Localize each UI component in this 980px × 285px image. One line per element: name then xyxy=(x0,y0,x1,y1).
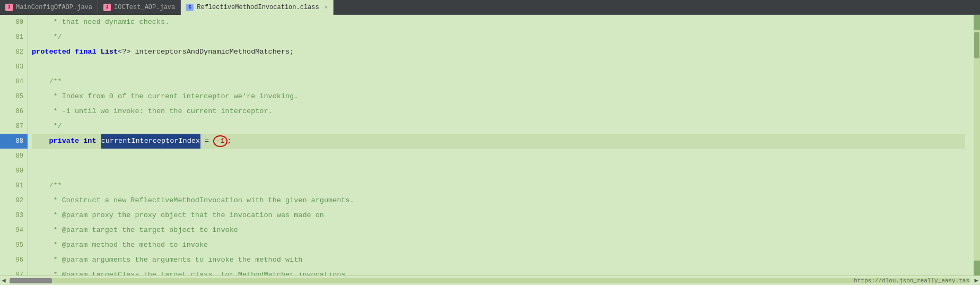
text-eq: = xyxy=(200,134,213,149)
tab-label-2: IOCTest_AOP.java xyxy=(114,4,175,11)
space-88b xyxy=(97,134,101,149)
scroll-up-arrow[interactable] xyxy=(974,15,980,30)
line-94-text: * @param target the target object to inv… xyxy=(32,223,238,238)
tab-bar: J MainConfigOfAOP.java J IOCTest_AOP.jav… xyxy=(0,0,980,15)
scroll-down-arrow[interactable] xyxy=(974,261,980,275)
scroll-left-button[interactable]: ◀ xyxy=(0,277,7,284)
tab-close-button[interactable]: × xyxy=(325,4,328,11)
space1 xyxy=(71,45,75,59)
tab-reflective[interactable]: C ReflectiveMethodInvocation.class × xyxy=(181,0,334,15)
kw-protected: protected xyxy=(32,45,71,59)
v-scrollbar-container[interactable] xyxy=(974,15,980,275)
line-num-88: 88 xyxy=(0,134,28,149)
code-line-94: * @param target the target object to inv… xyxy=(32,223,965,238)
line-num-91: 91 xyxy=(0,178,28,193)
space2 xyxy=(97,45,101,59)
code-line-88: private int currentInterceptorIndex = -1… xyxy=(32,134,965,149)
tab-label-3: ReflectiveMethodInvocation.class xyxy=(197,4,319,11)
line-92-text: * Construct a new ReflectiveMethodInvoca… xyxy=(32,193,354,208)
class-icon: C xyxy=(186,4,194,11)
code-line-86: * -1 until we invoke: then the current i… xyxy=(32,104,965,119)
line-num-92: 92 xyxy=(0,193,28,208)
code-line-83 xyxy=(32,59,965,74)
code-line-80: * that need dynamic checks. xyxy=(32,15,965,30)
line-numbers: 80 81 82 83 84 85 86 87 88 89 90 91 92 9… xyxy=(0,15,28,275)
scroll-thumb[interactable] xyxy=(974,32,979,58)
code-content[interactable]: * that need dynamic checks. */ protected… xyxy=(28,15,974,275)
h-scrollbar[interactable] xyxy=(10,278,970,283)
line-num-93: 93 xyxy=(0,208,28,223)
text-semi: ; xyxy=(228,134,232,149)
kw-private: private xyxy=(32,134,79,149)
code-line-96: * @param arguments the arguments to invo… xyxy=(32,253,965,267)
space-88a xyxy=(79,134,83,149)
line-num-83: 83 xyxy=(0,59,28,74)
code-area: 80 81 82 83 84 85 86 87 88 89 90 91 92 9… xyxy=(0,15,980,275)
scroll-right-button[interactable]: ▶ xyxy=(973,277,980,284)
line-96-text: * @param arguments the arguments to invo… xyxy=(32,253,302,267)
line-95-text: * @param method the method to invoke xyxy=(32,238,208,253)
code-line-93: * @param proxy the proxy object that the… xyxy=(32,208,965,223)
line-93-text: * @param proxy the proxy object that the… xyxy=(32,208,324,223)
line-num-84: 84 xyxy=(0,74,28,89)
text-generics: <?> xyxy=(118,45,135,59)
java-icon-2: J xyxy=(103,4,111,11)
line-84-text: /** xyxy=(32,74,62,89)
editor-container: J MainConfigOfAOP.java J IOCTest_AOP.jav… xyxy=(0,0,980,285)
java-icon: J xyxy=(5,4,13,11)
line-num-97: 97 xyxy=(0,267,28,275)
line-num-89: 89 xyxy=(0,149,28,163)
line-num-95: 95 xyxy=(0,238,28,253)
code-line-90 xyxy=(32,163,965,178)
line-80-text: * that need dynamic checks. xyxy=(32,15,169,30)
code-line-84: /** xyxy=(32,74,965,89)
code-line-81: */ xyxy=(32,30,965,45)
line-num-85: 85 xyxy=(0,89,28,104)
code-line-95: * @param method the method to invoke xyxy=(32,238,965,253)
line-88-text: private int currentInterceptorIndex = -1… xyxy=(32,134,232,149)
kw-final: final xyxy=(75,45,97,59)
code-line-85: * Index from 0 of the current intercepto… xyxy=(32,89,965,104)
line-82-text: protected final List <?> interceptorsAnd… xyxy=(32,45,294,59)
line-num-82: 82 xyxy=(0,45,28,59)
status-url: https://dlou.json_really_easy.tas xyxy=(854,278,969,284)
line-97-text: * @param targetClass the target class, f… xyxy=(32,267,345,275)
line-87-text: */ xyxy=(32,119,62,134)
line-num-94: 94 xyxy=(0,223,28,238)
line-num-81: 81 xyxy=(0,30,28,45)
tab-label: MainConfigOfAOP.java xyxy=(16,4,92,11)
line-num-96: 96 xyxy=(0,253,28,267)
tab-main-config[interactable]: J MainConfigOfAOP.java xyxy=(0,0,98,15)
h-scrollbar-thumb[interactable] xyxy=(10,278,52,283)
code-line-82: protected final List <?> interceptorsAnd… xyxy=(32,45,965,59)
tab-ioc-test[interactable]: J IOCTest_AOP.java xyxy=(98,0,181,15)
line-81-text: */ xyxy=(32,30,62,45)
var-name: interceptorsAndDynamicMethodMatchers; xyxy=(135,45,294,59)
var-current-interceptor: currentInterceptorIndex xyxy=(101,134,200,149)
line-num-80: 80 xyxy=(0,15,28,30)
code-line-87: */ xyxy=(32,119,965,134)
code-line-89 xyxy=(32,149,965,163)
line-num-87: 87 xyxy=(0,119,28,134)
bottom-bar: ◀ ▶ https://dlou.json_really_easy.tas xyxy=(0,275,980,285)
line-num-86: 86 xyxy=(0,104,28,119)
type-list: List xyxy=(101,45,118,59)
line-91-text: /** xyxy=(32,178,62,193)
line-num-90: 90 xyxy=(0,163,28,178)
code-line-92: * Construct a new ReflectiveMethodInvoca… xyxy=(32,193,965,208)
line-86-text: * -1 until we invoke: then the current i… xyxy=(32,104,273,119)
scroll-track[interactable] xyxy=(974,30,980,261)
code-line-97: * @param targetClass the target class, f… xyxy=(32,267,965,275)
value-minus-one: -1 xyxy=(213,135,227,147)
type-int: int xyxy=(83,134,96,149)
line-85-text: * Index from 0 of the current intercepto… xyxy=(32,89,298,104)
code-line-91: /** xyxy=(32,178,965,193)
